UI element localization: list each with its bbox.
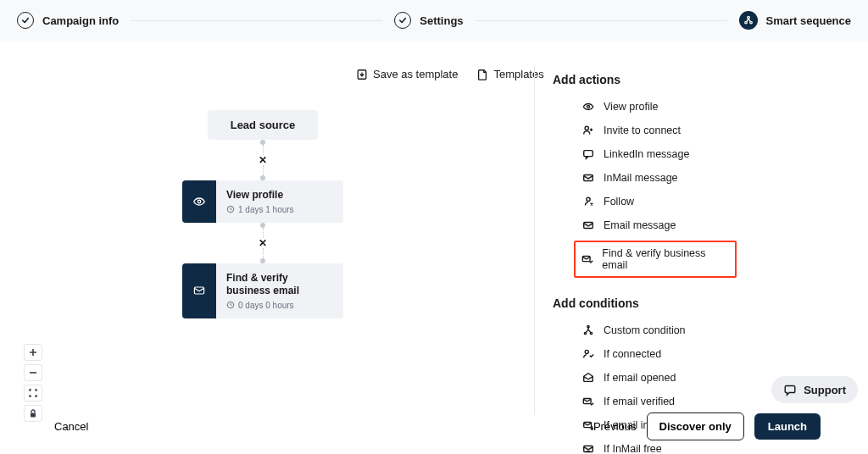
action-invite-to-connect[interactable]: Invite to connect — [576, 122, 843, 139]
step-title: Find & verify business email — [226, 272, 333, 298]
step-title: View profile — [226, 189, 333, 202]
branch-icon — [581, 324, 595, 336]
previous-button[interactable]: Previous — [593, 420, 637, 433]
zoom-in-button[interactable] — [24, 344, 42, 361]
svg-rect-6 — [194, 287, 203, 294]
svg-point-18 — [585, 350, 588, 353]
step-campaign-info[interactable]: Campaign info — [17, 12, 119, 29]
connector: ✕ — [153, 140, 373, 180]
svg-rect-10 — [584, 151, 593, 157]
email-open-icon — [581, 372, 595, 384]
step-settings[interactable]: Settings — [394, 12, 463, 29]
action-find-verify-business-email[interactable]: Find & verify business email — [574, 241, 737, 278]
svg-point-15 — [587, 325, 589, 327]
action-follow[interactable]: Follow — [576, 193, 843, 210]
person-check-icon — [581, 348, 595, 360]
sequence-step-view-profile[interactable]: View profile 1 days 1 hours — [182, 180, 343, 223]
cancel-button[interactable]: Cancel — [54, 420, 88, 433]
condition-label: If email verified — [604, 396, 675, 407]
launch-button[interactable]: Launch — [754, 413, 821, 440]
lead-source-node[interactable]: Lead source — [208, 110, 318, 140]
action-label: Find & verify business email — [602, 247, 728, 271]
add-actions-heading: Add actions — [553, 73, 843, 86]
clock-icon — [226, 205, 235, 213]
add-conditions-heading: Add conditions — [553, 296, 843, 310]
check-icon — [394, 12, 411, 29]
step-label: Smart sequence — [766, 14, 851, 27]
chat-icon — [783, 383, 797, 396]
templates-label: Templates — [493, 68, 543, 80]
actions-list: View profile Invite to connect LinkedIn … — [576, 98, 843, 278]
step-smart-sequence[interactable]: Smart sequence — [739, 11, 851, 30]
svg-point-9 — [585, 126, 588, 130]
action-label: View profile — [604, 101, 658, 113]
svg-point-16 — [584, 332, 586, 334]
email-icon — [182, 263, 216, 318]
inmail-free-icon — [581, 443, 595, 454]
condition-label: Custom condition — [604, 324, 686, 336]
condition-if-inmail-free[interactable]: If InMail free — [576, 440, 843, 454]
condition-label: If email opened — [604, 372, 676, 384]
person-plus-icon — [581, 125, 595, 136]
zoom-fit-button[interactable] — [24, 385, 42, 401]
email-icon — [581, 219, 595, 231]
document-icon — [476, 69, 488, 80]
discover-only-button[interactable]: Discover only — [647, 412, 744, 440]
action-email-message[interactable]: Email message — [576, 217, 843, 234]
email-check-icon — [581, 253, 593, 265]
support-label: Support — [804, 384, 846, 396]
condition-label: If InMail free — [604, 443, 662, 454]
save-as-template-button[interactable]: Save as template — [356, 68, 458, 80]
eye-icon — [581, 101, 595, 113]
vertical-divider — [534, 66, 535, 415]
step-label: Campaign info — [42, 14, 119, 27]
action-linkedin-message[interactable]: LinkedIn message — [576, 146, 843, 163]
clock-icon — [226, 301, 235, 309]
svg-point-12 — [587, 197, 590, 201]
svg-point-17 — [590, 332, 592, 334]
zoom-controls — [24, 344, 42, 422]
svg-rect-11 — [584, 175, 593, 181]
action-inmail-message[interactable]: InMail message — [576, 169, 843, 186]
support-button[interactable]: Support — [771, 376, 858, 403]
eye-icon — [182, 180, 216, 223]
action-label: Follow — [604, 196, 634, 208]
inmail-icon — [581, 172, 595, 184]
svg-rect-13 — [584, 223, 593, 229]
footer: Cancel Previous Discover only Launch — [0, 412, 868, 440]
close-icon[interactable]: ✕ — [259, 238, 267, 248]
canvas-toolbar: Save as template Templates — [356, 68, 544, 80]
step-divider — [131, 20, 382, 21]
lead-source-label: Lead source — [231, 119, 296, 131]
message-icon — [581, 148, 595, 160]
step-delay: 1 days 1 hours — [226, 205, 333, 214]
svg-point-8 — [587, 105, 589, 108]
save-icon — [356, 69, 368, 80]
action-label: Email message — [604, 219, 676, 231]
email-verify-icon — [581, 396, 595, 407]
connector: ✕ — [153, 223, 373, 263]
svg-point-4 — [198, 200, 201, 203]
zoom-out-button[interactable] — [24, 364, 42, 381]
close-icon[interactable]: ✕ — [259, 155, 267, 165]
step-delay: 0 days 0 hours — [226, 301, 333, 310]
save-as-template-label: Save as template — [373, 68, 458, 80]
check-icon — [17, 12, 34, 29]
follow-icon — [581, 196, 595, 208]
condition-label: If connected — [604, 348, 661, 360]
progress-stepper: Campaign info Settings Smart sequence — [0, 0, 868, 41]
step-label: Settings — [420, 14, 463, 27]
step-divider — [476, 20, 727, 21]
action-view-profile[interactable]: View profile — [576, 98, 843, 115]
sequence-step-find-verify-email[interactable]: Find & verify business email 0 days 0 ho… — [182, 263, 343, 318]
action-label: InMail message — [604, 172, 678, 184]
action-label: Invite to connect — [604, 125, 681, 136]
condition-if-connected[interactable]: If connected — [576, 346, 843, 363]
action-label: LinkedIn message — [604, 148, 689, 160]
sequence-icon — [739, 11, 758, 30]
sequence-canvas[interactable]: Lead source ✕ View profile 1 days 1 hour… — [153, 110, 373, 318]
condition-custom[interactable]: Custom condition — [576, 322, 843, 339]
